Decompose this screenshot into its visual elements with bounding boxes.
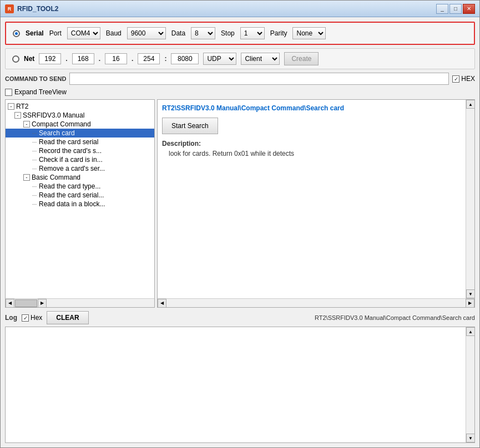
title-bar: R RFID_TOOL2 _ □ ✕ [1,1,479,17]
tree-item-search[interactable]: ··· Search card [6,129,154,138]
protocol-dropdown[interactable]: UDP [203,53,236,65]
tree-label-search: Search card [39,129,75,137]
detail-h-scrollbar[interactable]: ◀ ▶ [158,298,474,307]
hex-checkbox-group: HEX [452,75,475,83]
ip3-input[interactable] [105,53,127,64]
tree-item-check[interactable]: ··· Check if a card is in... [6,155,154,164]
detail-scroll-right[interactable]: ▶ [466,299,474,308]
hex-checkbox[interactable] [452,75,459,83]
tree-item-remove[interactable]: ··· Remove a card's ser... [6,164,154,173]
detail-scroll-down[interactable]: ▼ [466,289,474,298]
tree-dash-read-type: ··· [32,184,38,190]
serial-label: Serial [26,29,44,37]
log-toolbar: Log Hex CLEAR RT2\SSRFIDV3.0 Manual\Comp… [5,311,475,324]
log-content[interactable]: ▲ ▼ [5,327,475,443]
tree-item-read-serial2[interactable]: ··· Read the card serial... [6,191,154,200]
maximize-button[interactable]: □ [449,4,462,14]
clear-button[interactable]: CLEAR [47,311,88,324]
parity-dropdown[interactable]: None [292,27,326,39]
log-v-scrollbar[interactable]: ▲ ▼ [466,327,474,442]
tree-content[interactable]: - RT2 - SSRFIDV3.0 Manual - Compact Comm… [6,100,154,298]
tree-dash-search: ··· [32,130,38,136]
log-hex-group: Hex [22,314,42,322]
tree-dash-read-serial2: ··· [32,192,38,198]
tree-expand-compact[interactable]: - [23,121,30,128]
tree-item-basic[interactable]: - Basic Command [6,173,154,182]
serial-panel: Serial Port COM4 Baud 9600 Data 8 Stop 1… [5,22,475,45]
detail-v-scrollbar[interactable]: ▲ ▼ [466,100,474,298]
data-dropdown[interactable]: 8 [191,27,215,39]
tree-item-compact[interactable]: - Compact Command [6,120,154,129]
tree-scroll-thumb[interactable] [15,299,37,307]
tree-dash-remove: ··· [32,166,38,172]
detail-scroll-left[interactable]: ◀ [158,299,166,308]
parity-label: Parity [270,29,287,37]
port-dropdown[interactable]: COM4 [67,27,100,39]
tree-dash-read-data: ··· [32,201,38,207]
main-window: R RFID_TOOL2 _ □ ✕ Serial Port COM4 Baud… [0,0,480,448]
data-label: Data [171,29,185,37]
tree-dash-check: ··· [32,157,38,163]
tree-item-rt2[interactable]: - RT2 [6,102,154,111]
net-label: Net [24,55,34,63]
tree-label-compact: Compact Command [32,120,91,128]
serial-radio[interactable] [13,30,20,37]
ip-sep2: . [99,55,100,63]
tree-scroll-right[interactable]: ▶ [38,299,47,308]
ip-sep1: . [65,55,67,63]
tree-item-ssrfid[interactable]: - SSRFIDV3.0 Manual [6,111,154,120]
command-input[interactable] [69,73,449,85]
ip1-input[interactable] [39,53,61,64]
description-section: Description: look for cards. Return 0x01… [162,140,461,157]
tree-item-read-data[interactable]: ··· Read data in a block... [6,200,154,208]
stop-dropdown[interactable]: 1 [240,27,265,39]
ip-sep3: . [132,55,133,63]
stop-label: Stop [221,29,235,37]
expand-bar: Expand TreeView [5,88,475,96]
description-title: Description: [162,140,461,147]
baud-dropdown[interactable]: 9600 [127,27,166,39]
log-hex-label: Hex [31,314,42,322]
tree-expand-ssrfid[interactable]: - [14,112,21,119]
detail-panel: RT2\SSRFIDV3.0 Manual\Compact Command\Se… [157,99,475,308]
port-input[interactable] [171,53,199,64]
detail-breadcrumb: RT2\SSRFIDV3.0 Manual\Compact Command\Se… [162,104,461,112]
tree-label-read-type: Read the card type... [39,182,100,190]
description-text: look for cards. Return 0x01 while it det… [162,150,461,157]
tree-label-remove: Remove a card's ser... [39,165,105,172]
app-icon: R [5,4,14,13]
main-content: Serial Port COM4 Baud 9600 Data 8 Stop 1… [1,17,479,447]
window-controls: _ □ ✕ [436,4,475,14]
log-scroll-up[interactable]: ▲ [466,327,475,336]
port-label: Port [49,29,62,37]
tree-label-ssrfid: SSRFIDV3.0 Manual [23,111,84,119]
log-scroll-down[interactable]: ▼ [466,434,475,442]
ip2-input[interactable] [72,53,94,64]
start-search-button[interactable]: Start Search [162,118,218,134]
close-button[interactable]: ✕ [463,4,475,14]
tree-item-read-serial[interactable]: ··· Read the card serial [6,138,154,146]
window-title: RFID_TOOL2 [17,5,433,13]
expand-checkbox[interactable] [5,89,12,96]
tree-expand-rt2[interactable]: - [8,103,14,110]
log-label: Log [5,314,17,322]
command-bar: COMMAND TO SEND HEX [5,73,475,85]
mode-dropdown[interactable]: Client [241,53,280,65]
tree-label-read-serial2: Read the card serial... [39,191,104,199]
tree-h-scrollbar[interactable]: ◀ ▶ [6,298,154,307]
tree-label-check: Check if a card is in... [39,156,103,164]
tree-scroll-left[interactable]: ◀ [6,299,14,308]
tree-label-rt2: RT2 [16,103,28,110]
minimize-button[interactable]: _ [436,4,448,14]
log-path: RT2\SSRFIDV3.0 Manual\Compact Command\Se… [315,314,475,321]
ip4-input[interactable] [138,53,160,64]
tree-item-record[interactable]: ··· Record the card's s... [6,146,154,155]
command-label: COMMAND TO SEND [5,75,66,82]
tree-expand-basic[interactable]: - [23,174,30,181]
log-hex-checkbox[interactable] [22,314,29,322]
net-radio[interactable] [12,55,19,63]
detail-scroll-up[interactable]: ▲ [466,100,474,109]
create-button[interactable]: Create [284,52,319,65]
tree-item-read-type[interactable]: ··· Read the card type... [6,182,154,191]
net-panel: Net . . . : UDP Client Create [5,48,475,69]
